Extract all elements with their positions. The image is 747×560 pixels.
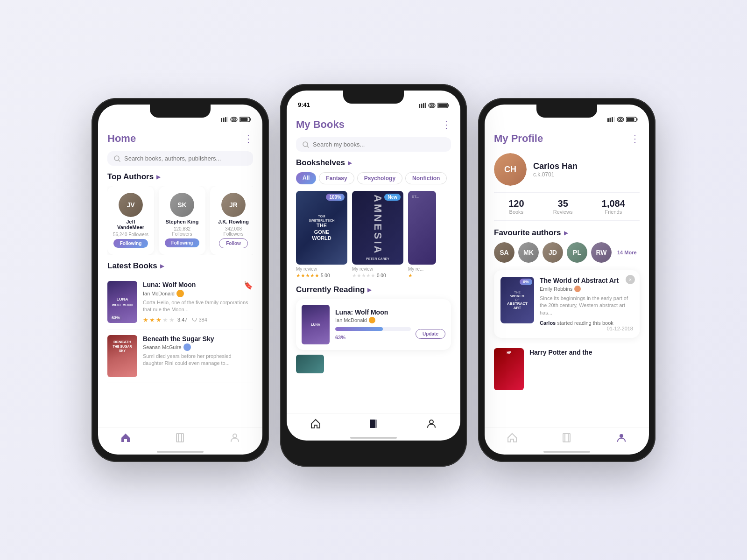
- right-phone: My Profile ⋮ CH Carlos Han c.k.0701 120: [478, 98, 655, 462]
- svg-rect-40: [563, 434, 568, 442]
- svg-rect-13: [178, 434, 183, 442]
- stat-friends-label: Friends: [602, 209, 625, 215]
- book-item-2: BENEATH THE SUGAR SKY Beneath the Sugar …: [107, 329, 253, 383]
- stars-1: ★★★★★ 3.47 🗨 384: [143, 316, 253, 323]
- svg-point-21: [431, 105, 433, 106]
- fav-avatar-3: JD: [543, 242, 563, 263]
- stat-reviews: 35 Reviews: [553, 198, 573, 215]
- menu-dots[interactable]: ⋮: [244, 133, 253, 144]
- bookmark-icon-1[interactable]: 🔖: [244, 281, 253, 290]
- shelf-badge-1: 100%: [326, 194, 345, 201]
- arrow-icon-2: ▶: [160, 263, 164, 269]
- nav-home-right[interactable]: [507, 432, 518, 443]
- shelf-review-2: My review: [352, 266, 403, 272]
- bookshelves-arrow: ▶: [348, 160, 352, 166]
- author-name-3: J.K. Rowling: [218, 219, 249, 224]
- notch-right: [536, 105, 597, 118]
- shelf-cover-3: ST...: [408, 191, 436, 265]
- nav-profile-right[interactable]: [616, 432, 627, 443]
- search-bar[interactable]: [107, 151, 253, 166]
- author-name-1: Jeff VandeMeer: [112, 219, 149, 230]
- fav-more-text[interactable]: 14 More: [617, 250, 637, 255]
- svg-rect-18: [425, 103, 427, 108]
- svg-rect-30: [607, 118, 609, 122]
- nav-home-center[interactable]: [310, 418, 321, 429]
- arrow-icon: ▶: [156, 174, 161, 180]
- book-info-1: Luna: Wolf Moon 🔖 Ian McDonald Corta Hel…: [143, 281, 253, 323]
- stat-books: 120 Books: [508, 198, 524, 215]
- bottom-nav-center: [287, 413, 460, 437]
- profile-text: Carlos Han c.k.0701: [533, 161, 578, 178]
- activity-cover: 0% THE WORLD OF ABSTRACT ART: [500, 277, 534, 323]
- profile-handle: c.k.0701: [533, 171, 578, 178]
- chip-fantasy[interactable]: Fantasy: [319, 172, 354, 184]
- authors-row: JV Jeff VandeMeer 56,240 Followers Follo…: [107, 186, 253, 255]
- nav-home-left[interactable]: [120, 432, 131, 443]
- update-btn-1[interactable]: Update: [416, 329, 445, 339]
- following-btn-1[interactable]: Following: [113, 239, 148, 248]
- center-phone: 9:41 My Books ⋮ Bookshelves ▶ All: [280, 84, 467, 467]
- svg-rect-33: [614, 117, 615, 122]
- chip-nonfiction[interactable]: Nonfiction: [405, 172, 447, 184]
- currently-reading-header: Currently Reading ▶: [296, 285, 451, 294]
- reading-cover-2: [296, 355, 324, 373]
- menu-dots-center[interactable]: ⋮: [442, 119, 451, 130]
- svg-rect-31: [610, 118, 611, 122]
- close-btn[interactable]: ×: [626, 275, 635, 284]
- scroll-indicator-left: [157, 451, 204, 453]
- svg-rect-15: [419, 104, 420, 108]
- author-avatar-3: JR: [221, 193, 246, 217]
- activity-author: Emily Robbins: [540, 286, 633, 292]
- search-bar-center[interactable]: [296, 137, 451, 152]
- reading-author-1: Ian McDonald: [335, 317, 445, 323]
- book-author-1: Ian McDonald: [143, 290, 253, 297]
- chip-all[interactable]: All: [296, 172, 316, 184]
- shelf-review-3: My re...: [408, 266, 436, 272]
- author-followers-1: 56,240 Followers: [113, 232, 148, 237]
- book-desc-1: Corta Helio, one of the five family corp…: [143, 299, 253, 314]
- nav-profile-left[interactable]: [229, 432, 240, 443]
- profile-name: Carlos Han: [533, 161, 578, 171]
- svg-rect-38: [637, 119, 638, 121]
- svg-rect-32: [612, 117, 613, 122]
- menu-dots-right[interactable]: ⋮: [630, 133, 640, 144]
- profile-section: CH Carlos Han c.k.0701 120 Books 35 Revi…: [494, 147, 640, 401]
- nav-profile-center[interactable]: [426, 418, 437, 429]
- shelf-badge-2: New: [384, 194, 401, 201]
- shelf-cover-1: 100% TOMSWETERLITSCH THEGONEWORLD: [296, 191, 347, 265]
- notch: [150, 105, 211, 118]
- reading-cover-1: LUNA: [302, 305, 330, 344]
- nav-books-center[interactable]: [368, 418, 379, 429]
- page-title: Home: [107, 133, 136, 145]
- fav-authors-header: Favourite authors ▶: [494, 228, 640, 238]
- shelf-stars-1: ★★★★★ 5.00: [296, 273, 347, 279]
- search-input[interactable]: [124, 155, 247, 162]
- book-cover-2: BENEATH THE SUGAR SKY: [107, 335, 137, 377]
- svg-point-14: [233, 434, 237, 438]
- shelf-cover-2: New AMNESIA PETER CAREY: [352, 191, 403, 265]
- shelf-book-1: 100% TOMSWETERLITSCH THEGONEWORLD My rev…: [296, 191, 347, 279]
- nav-books-left[interactable]: [175, 432, 186, 443]
- following-btn-2[interactable]: Following: [165, 238, 200, 247]
- shelf-grid: 100% TOMSWETERLITSCH THEGONEWORLD My rev…: [296, 191, 451, 279]
- svg-point-29: [430, 420, 433, 424]
- author-card-2: SK Stephen King 120,832 Followers Follow…: [159, 186, 205, 255]
- bottom-nav-left: [98, 427, 262, 451]
- reading-info-1: Luna: Wolf Moon Ian McDonald 63% Update: [335, 308, 445, 341]
- follow-btn-3[interactable]: Follow: [219, 238, 248, 248]
- book-desc-2: Sumi died years before her prophesied da…: [143, 353, 253, 367]
- shelf-book-2: New AMNESIA PETER CAREY My review ★★★★★ …: [352, 191, 403, 279]
- scroll-indicator-center: [350, 437, 397, 439]
- next-book-partial: HP Harry Potter and the: [494, 343, 640, 396]
- latest-books-label: Latest Books: [107, 261, 157, 271]
- svg-rect-12: [176, 434, 182, 442]
- fav-avatar-5: RW: [591, 242, 612, 263]
- nav-books-right[interactable]: [561, 432, 572, 443]
- search-input-center[interactable]: [313, 141, 444, 148]
- chip-psychology[interactable]: Psychology: [357, 172, 402, 184]
- bottom-nav-right: [485, 427, 649, 451]
- stat-reviews-number: 35: [553, 198, 573, 209]
- fav-avatar-4: PL: [567, 242, 587, 263]
- activity-footer: Carlos started reading this book 01-12-2…: [540, 320, 633, 326]
- progress-badge-1: 63%: [109, 315, 122, 321]
